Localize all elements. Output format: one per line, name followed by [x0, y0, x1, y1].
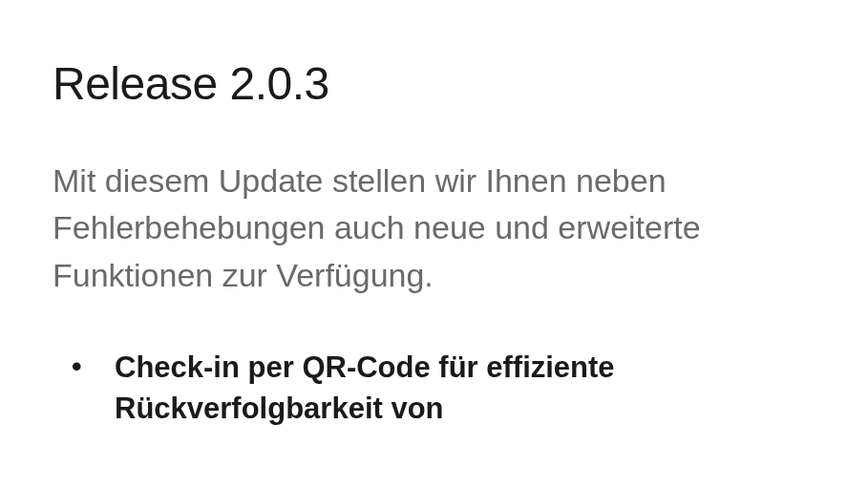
feature-list: Check-in per QR-Code für effiziente Rück…	[53, 347, 815, 430]
release-heading: Release 2.0.3	[53, 57, 815, 110]
feature-item: Check-in per QR-Code für effiziente Rück…	[72, 347, 815, 430]
release-description: Mit diesem Update stellen wir Ihnen nebe…	[53, 158, 815, 299]
